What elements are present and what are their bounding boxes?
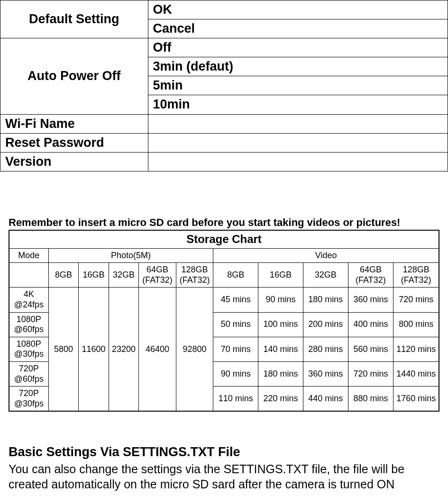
section-body: You can also change the settings via the… bbox=[9, 461, 439, 492]
chart-video-cell: 200 mins bbox=[303, 312, 348, 337]
setting-option: 10min bbox=[148, 95, 448, 114]
chart-capacity-row: 8GB 16GB 32GB 64GB (FAT32) 128GB (FAT32)… bbox=[9, 263, 439, 288]
chart-video-cell: 50 mins bbox=[213, 312, 258, 337]
chart-photo-cell: 23200 bbox=[109, 288, 139, 411]
chart-video-cell: 1440 mins bbox=[393, 361, 439, 386]
table-row: Version bbox=[0, 152, 448, 171]
chart-cell: 16GB bbox=[258, 263, 303, 288]
table-row: Reset Password bbox=[0, 133, 448, 152]
chart-cell: 32GB bbox=[303, 263, 348, 288]
chart-video-cell: 110 mins bbox=[213, 387, 258, 412]
setting-option: OK bbox=[148, 0, 448, 19]
chart-cell: 64GB (FAT32) bbox=[139, 263, 176, 288]
setting-option: Cancel bbox=[148, 19, 448, 38]
chart-video-cell: 90 mins bbox=[258, 288, 303, 312]
chart-cell: 64GB (FAT32) bbox=[348, 263, 393, 288]
chart-video-cell: 280 mins bbox=[303, 337, 348, 361]
chart-video-header: Video bbox=[213, 248, 439, 263]
setting-label-version: Version bbox=[0, 152, 148, 171]
setting-label-wifi-name: Wi-Fi Name bbox=[0, 114, 148, 133]
reminder-text: Remember to insert a micro SD card befor… bbox=[9, 216, 448, 229]
chart-video-cell: 220 mins bbox=[258, 387, 303, 412]
setting-option: 3min (defaut) bbox=[148, 57, 448, 76]
settings-table: Default Setting OK Cancel Auto Power Off… bbox=[0, 0, 448, 171]
chart-video-cell: 400 mins bbox=[348, 312, 393, 337]
chart-video-cell: 140 mins bbox=[258, 337, 303, 361]
chart-cell: 16GB bbox=[79, 263, 109, 288]
chart-video-cell: 360 mins bbox=[348, 288, 393, 312]
chart-video-cell: 440 mins bbox=[303, 387, 348, 412]
chart-video-cell: 100 mins bbox=[258, 312, 303, 337]
chart-title: Storage Chart bbox=[9, 230, 439, 248]
setting-value bbox=[148, 152, 448, 171]
table-row: Default Setting OK bbox=[0, 0, 448, 19]
chart-video-cell: 45 mins bbox=[213, 288, 258, 312]
chart-cell: 32GB bbox=[109, 263, 139, 288]
chart-title-row: Storage Chart bbox=[9, 230, 439, 248]
chart-video-cell: 720 mins bbox=[348, 361, 393, 386]
chart-video-cell: 90 mins bbox=[213, 361, 258, 386]
chart-cell: 128GB (FAT32) bbox=[393, 263, 439, 288]
chart-photo-header: Photo(5M) bbox=[48, 248, 213, 263]
table-row: Auto Power Off Off bbox=[0, 38, 448, 57]
chart-video-cell: 360 mins bbox=[303, 361, 348, 386]
setting-label-reset-password: Reset Password bbox=[0, 133, 148, 152]
chart-photo-cell: 46400 bbox=[139, 288, 176, 411]
chart-video-cell: 180 mins bbox=[303, 288, 348, 312]
chart-data-row: 4K @24fps 5800 11600 23200 46400 92800 4… bbox=[9, 288, 439, 312]
chart-mode-cell: 1080P @60fps bbox=[9, 312, 48, 337]
chart-video-cell: 720 mins bbox=[393, 288, 439, 312]
chart-mode-cell: 720P @60fps bbox=[9, 361, 48, 386]
chart-cell bbox=[9, 263, 48, 288]
setting-value bbox=[148, 133, 448, 152]
chart-photo-cell: 11600 bbox=[79, 288, 109, 411]
chart-cell: 8GB bbox=[48, 263, 79, 288]
chart-video-cell: 70 mins bbox=[213, 337, 258, 361]
chart-mode-cell: 720P @30fps bbox=[9, 387, 48, 412]
setting-option: Off bbox=[148, 38, 448, 57]
chart-video-cell: 800 mins bbox=[393, 312, 439, 337]
chart-mode-cell: 4K @24fps bbox=[9, 288, 48, 312]
chart-video-cell: 180 mins bbox=[258, 361, 303, 386]
chart-mode-header: Mode bbox=[9, 248, 48, 263]
table-row: Wi-Fi Name bbox=[0, 114, 448, 133]
chart-photo-cell: 92800 bbox=[176, 288, 213, 411]
setting-label-default: Default Setting bbox=[0, 0, 148, 38]
setting-option: 5min bbox=[148, 76, 448, 95]
setting-label-auto-power-off: Auto Power Off bbox=[0, 38, 148, 114]
chart-photo-cell: 5800 bbox=[48, 288, 79, 411]
chart-video-cell: 880 mins bbox=[348, 387, 393, 412]
chart-cell: 8GB bbox=[213, 263, 258, 288]
chart-video-cell: 1760 mins bbox=[393, 387, 439, 412]
chart-video-cell: 560 mins bbox=[348, 337, 393, 361]
section-heading: Basic Settings Via SETTINGS.TXT File bbox=[9, 445, 448, 459]
setting-value bbox=[148, 114, 448, 133]
chart-header-row: Mode Photo(5M) Video bbox=[9, 248, 439, 263]
chart-mode-cell: 1080P @30fps bbox=[9, 337, 48, 361]
storage-chart: Storage Chart Mode Photo(5M) Video 8GB 1… bbox=[9, 230, 439, 412]
chart-cell: 128GB (FAT32) bbox=[176, 263, 213, 288]
chart-video-cell: 1120 mins bbox=[393, 337, 439, 361]
